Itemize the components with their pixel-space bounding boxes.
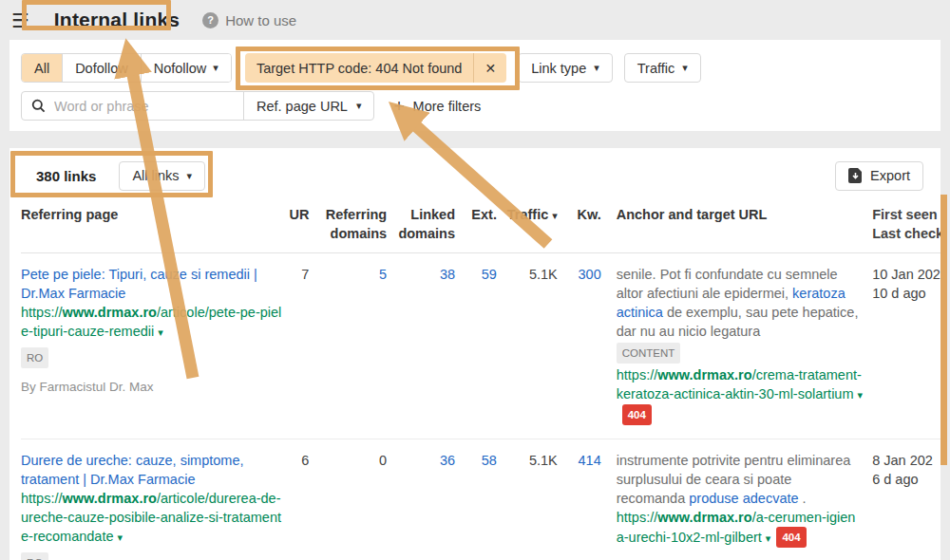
how-to-use-label: How to use <box>225 12 296 28</box>
referring-page-title-link[interactable]: Durere de ureche: cauze, simptome, trata… <box>21 453 244 487</box>
ur-value: 6 <box>286 451 309 560</box>
results-toolbar: 380 links All links ▾ Export <box>21 161 940 190</box>
first-seen-value: 8 Jan 202 <box>872 451 940 470</box>
referring-page-url-link[interactable]: https://www.drmax.ro/articole/durerea-de… <box>21 489 286 547</box>
url-chevron-down-icon[interactable]: ▾ <box>158 327 163 338</box>
question-mark-icon: ? <box>202 12 218 28</box>
column-header-traffic[interactable]: Traffic ▾ <box>497 205 558 243</box>
export-button[interactable]: Export <box>835 161 923 191</box>
column-header-anchor: Anchor and target URL <box>617 205 863 243</box>
column-header-referring-page: Referring page <box>21 205 286 243</box>
first-seen-value: 10 Jan 202 <box>872 265 940 284</box>
url-chevron-down-icon[interactable]: ▾ <box>858 389 864 401</box>
content-badge: CONTENT <box>617 343 681 364</box>
referring-page-cell: Durere de ureche: cauze, simptome, trata… <box>21 451 286 560</box>
search-icon <box>31 99 46 113</box>
chevron-down-icon: ▾ <box>213 63 218 73</box>
table-row: Pete pe piele: Tipuri, cauze si remedii … <box>21 253 940 439</box>
table-header-row: Referring page UR Referring domains Link… <box>21 205 940 253</box>
chevron-down-icon: ▾ <box>594 63 599 73</box>
filter-dofollow-button[interactable]: Dofollow <box>62 54 141 82</box>
target-url-link[interactable]: https://www.drmax.ro/a-cerumen-igiena-ur… <box>617 508 863 548</box>
hamburger-menu-icon[interactable]: ☰ <box>11 10 29 30</box>
filters-panel: All Dofollow Nofollow ▾ Target HTTP code… <box>10 40 940 131</box>
anchor-link[interactable]: produse adecvate <box>689 491 798 506</box>
last-check-value: 10 d ago <box>872 284 940 303</box>
column-header-ext[interactable]: Ext. <box>455 205 497 243</box>
table-row: Durere de ureche: cauze, simptome, trata… <box>21 439 940 560</box>
linked-domains-value[interactable]: 36 <box>387 451 455 560</box>
search-filter-group: Ref. page URL ▾ <box>21 91 374 121</box>
referring-page-url-link[interactable]: https://www.drmax.ro/articole/pete-pe-pi… <box>21 303 286 342</box>
linked-domains-value[interactable]: 38 <box>387 265 455 425</box>
column-header-kw[interactable]: Kw. <box>558 205 601 243</box>
anchor-target-cell: senile. Pot fi confundate cu semnele alt… <box>617 265 863 425</box>
first-seen-cell: 8 Jan 202 6 d ago <box>872 451 940 560</box>
kw-value[interactable]: 414 <box>558 451 601 560</box>
export-file-icon <box>848 168 863 183</box>
traffic-value: 5.1K <box>497 265 558 425</box>
chevron-down-icon: ▾ <box>187 171 193 181</box>
column-header-linked-domains[interactable]: Linked domains <box>387 205 455 243</box>
traffic-value: 5.1K <box>497 451 558 560</box>
language-badge: RO <box>21 552 48 560</box>
traffic-dropdown[interactable]: Traffic ▾ <box>624 53 701 83</box>
how-to-use-link[interactable]: ? How to use <box>202 12 296 28</box>
column-header-referring-domains[interactable]: Referring domains <box>309 205 387 243</box>
column-header-first-seen: First seen Last check <box>872 205 940 243</box>
target-url-link[interactable]: https://www.drmax.ro/crema-tratament-ker… <box>617 365 863 425</box>
referring-page-cell: Pete pe piele: Tipuri, cauze si remedii … <box>21 265 286 425</box>
remove-filter-icon[interactable]: ✕ <box>473 53 506 83</box>
column-header-ur[interactable]: UR <box>286 205 309 243</box>
referring-domains-value[interactable]: 5 <box>309 265 387 425</box>
search-input[interactable] <box>54 99 234 114</box>
http-status-badge: 404 <box>622 404 652 425</box>
top-bar: ☰ Internal links ? How to use <box>0 0 950 40</box>
url-chevron-down-icon[interactable]: ▾ <box>766 532 771 544</box>
ur-value: 7 <box>286 265 309 425</box>
filter-nofollow-button[interactable]: Nofollow ▾ <box>141 54 231 82</box>
url-chevron-down-icon[interactable]: ▾ <box>118 532 124 543</box>
all-links-dropdown[interactable]: All links ▾ <box>119 161 205 191</box>
plus-icon: + <box>393 97 404 115</box>
first-seen-cell: 10 Jan 202 10 d ago <box>872 265 940 425</box>
filter-chip-label: Target HTTP code: 404 Not found <box>245 61 474 76</box>
ext-value[interactable]: 58 <box>455 451 497 560</box>
more-filters-button[interactable]: + More filters <box>393 97 481 115</box>
link-type-dropdown[interactable]: Link type ▾ <box>518 53 613 83</box>
results-panel: 380 links All links ▾ Export Referring p… <box>10 148 940 560</box>
active-filter-chip-http-404[interactable]: Target HTTP code: 404 Not found ✕ <box>245 53 506 83</box>
chevron-down-icon: ▾ <box>682 63 688 73</box>
filter-all-button[interactable]: All <box>22 54 62 82</box>
author-byline: By Farmacistul Dr. Max <box>21 378 286 397</box>
follow-segmented-control: All Dofollow Nofollow ▾ <box>21 53 232 83</box>
http-status-badge: 404 <box>776 527 806 548</box>
kw-value[interactable]: 300 <box>558 265 601 425</box>
ext-value[interactable]: 59 <box>455 265 497 425</box>
anchor-target-cell: instrumente potrivite pentru eliminarea … <box>617 451 863 560</box>
links-count: 380 links <box>36 168 96 184</box>
language-badge: RO <box>21 347 48 368</box>
page-title: Internal links <box>47 9 187 31</box>
referring-page-title-link[interactable]: Pete pe piele: Tipuri, cauze si remedii … <box>21 267 257 301</box>
last-check-value: 6 d ago <box>872 470 940 489</box>
chevron-down-icon: ▾ <box>356 101 362 111</box>
referring-domains-value: 0 <box>309 451 387 560</box>
ref-page-url-dropdown[interactable]: Ref. page URL ▾ <box>243 92 373 120</box>
annotation-scrollbar-highlight <box>940 195 947 465</box>
